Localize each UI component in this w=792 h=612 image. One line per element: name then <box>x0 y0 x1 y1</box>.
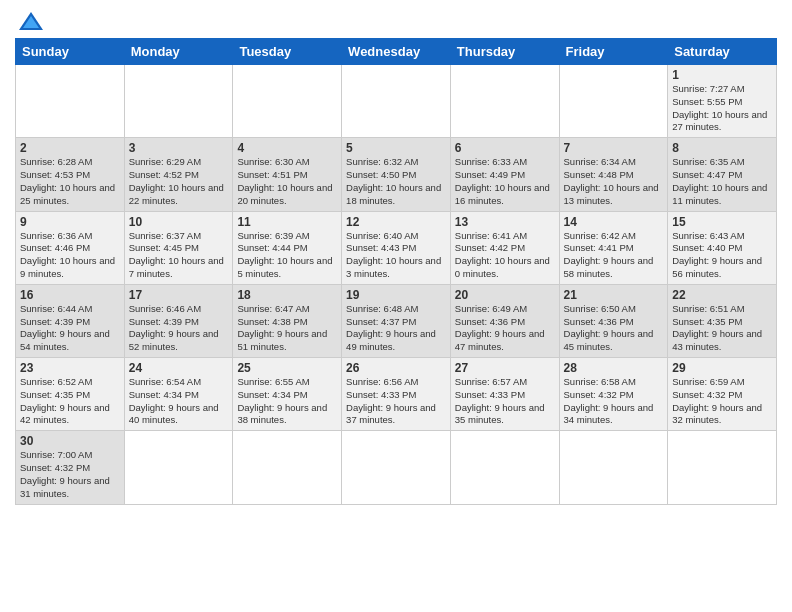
day-cell: 24Sunrise: 6:54 AM Sunset: 4:34 PM Dayli… <box>124 358 233 431</box>
weekday-friday: Friday <box>559 39 668 65</box>
day-cell: 2Sunrise: 6:28 AM Sunset: 4:53 PM Daylig… <box>16 138 125 211</box>
day-info: Sunrise: 6:35 AM Sunset: 4:47 PM Dayligh… <box>672 156 767 205</box>
day-cell <box>342 431 451 504</box>
day-number: 20 <box>455 288 555 302</box>
calendar-body: 1Sunrise: 7:27 AM Sunset: 5:55 PM Daylig… <box>16 65 777 505</box>
day-number: 13 <box>455 215 555 229</box>
day-number: 25 <box>237 361 337 375</box>
day-number: 21 <box>564 288 664 302</box>
day-cell <box>450 431 559 504</box>
day-info: Sunrise: 6:40 AM Sunset: 4:43 PM Dayligh… <box>346 230 441 279</box>
weekday-row: SundayMondayTuesdayWednesdayThursdayFrid… <box>16 39 777 65</box>
week-row-5: 30Sunrise: 7:00 AM Sunset: 4:32 PM Dayli… <box>16 431 777 504</box>
day-info: Sunrise: 6:48 AM Sunset: 4:37 PM Dayligh… <box>346 303 436 352</box>
day-cell: 28Sunrise: 6:58 AM Sunset: 4:32 PM Dayli… <box>559 358 668 431</box>
day-cell: 17Sunrise: 6:46 AM Sunset: 4:39 PM Dayli… <box>124 284 233 357</box>
weekday-monday: Monday <box>124 39 233 65</box>
day-number: 23 <box>20 361 120 375</box>
day-number: 28 <box>564 361 664 375</box>
day-number: 26 <box>346 361 446 375</box>
day-cell <box>124 431 233 504</box>
week-row-2: 9Sunrise: 6:36 AM Sunset: 4:46 PM Daylig… <box>16 211 777 284</box>
weekday-sunday: Sunday <box>16 39 125 65</box>
logo-icon <box>17 10 45 32</box>
day-number: 16 <box>20 288 120 302</box>
logo <box>15 10 45 32</box>
day-cell: 3Sunrise: 6:29 AM Sunset: 4:52 PM Daylig… <box>124 138 233 211</box>
day-cell: 27Sunrise: 6:57 AM Sunset: 4:33 PM Dayli… <box>450 358 559 431</box>
day-cell: 15Sunrise: 6:43 AM Sunset: 4:40 PM Dayli… <box>668 211 777 284</box>
day-info: Sunrise: 7:00 AM Sunset: 4:32 PM Dayligh… <box>20 449 110 498</box>
day-number: 22 <box>672 288 772 302</box>
day-info: Sunrise: 6:33 AM Sunset: 4:49 PM Dayligh… <box>455 156 550 205</box>
day-info: Sunrise: 6:30 AM Sunset: 4:51 PM Dayligh… <box>237 156 332 205</box>
day-cell: 30Sunrise: 7:00 AM Sunset: 4:32 PM Dayli… <box>16 431 125 504</box>
day-cell: 23Sunrise: 6:52 AM Sunset: 4:35 PM Dayli… <box>16 358 125 431</box>
day-cell: 9Sunrise: 6:36 AM Sunset: 4:46 PM Daylig… <box>16 211 125 284</box>
day-info: Sunrise: 6:42 AM Sunset: 4:41 PM Dayligh… <box>564 230 654 279</box>
day-number: 5 <box>346 141 446 155</box>
day-number: 15 <box>672 215 772 229</box>
day-cell: 25Sunrise: 6:55 AM Sunset: 4:34 PM Dayli… <box>233 358 342 431</box>
day-number: 30 <box>20 434 120 448</box>
day-number: 9 <box>20 215 120 229</box>
week-row-1: 2Sunrise: 6:28 AM Sunset: 4:53 PM Daylig… <box>16 138 777 211</box>
day-info: Sunrise: 6:59 AM Sunset: 4:32 PM Dayligh… <box>672 376 762 425</box>
day-info: Sunrise: 6:46 AM Sunset: 4:39 PM Dayligh… <box>129 303 219 352</box>
day-cell <box>450 65 559 138</box>
day-info: Sunrise: 6:51 AM Sunset: 4:35 PM Dayligh… <box>672 303 762 352</box>
day-cell: 19Sunrise: 6:48 AM Sunset: 4:37 PM Dayli… <box>342 284 451 357</box>
day-info: Sunrise: 6:36 AM Sunset: 4:46 PM Dayligh… <box>20 230 115 279</box>
day-cell <box>559 65 668 138</box>
weekday-saturday: Saturday <box>668 39 777 65</box>
day-number: 19 <box>346 288 446 302</box>
day-number: 10 <box>129 215 229 229</box>
day-info: Sunrise: 6:47 AM Sunset: 4:38 PM Dayligh… <box>237 303 327 352</box>
day-info: Sunrise: 6:50 AM Sunset: 4:36 PM Dayligh… <box>564 303 654 352</box>
day-cell: 6Sunrise: 6:33 AM Sunset: 4:49 PM Daylig… <box>450 138 559 211</box>
day-number: 29 <box>672 361 772 375</box>
week-row-4: 23Sunrise: 6:52 AM Sunset: 4:35 PM Dayli… <box>16 358 777 431</box>
day-number: 7 <box>564 141 664 155</box>
day-info: Sunrise: 6:37 AM Sunset: 4:45 PM Dayligh… <box>129 230 224 279</box>
week-row-0: 1Sunrise: 7:27 AM Sunset: 5:55 PM Daylig… <box>16 65 777 138</box>
day-cell <box>668 431 777 504</box>
day-cell: 4Sunrise: 6:30 AM Sunset: 4:51 PM Daylig… <box>233 138 342 211</box>
day-info: Sunrise: 6:58 AM Sunset: 4:32 PM Dayligh… <box>564 376 654 425</box>
day-info: Sunrise: 6:29 AM Sunset: 4:52 PM Dayligh… <box>129 156 224 205</box>
day-cell: 1Sunrise: 7:27 AM Sunset: 5:55 PM Daylig… <box>668 65 777 138</box>
day-info: Sunrise: 6:43 AM Sunset: 4:40 PM Dayligh… <box>672 230 762 279</box>
day-info: Sunrise: 6:52 AM Sunset: 4:35 PM Dayligh… <box>20 376 110 425</box>
day-cell <box>342 65 451 138</box>
day-cell: 26Sunrise: 6:56 AM Sunset: 4:33 PM Dayli… <box>342 358 451 431</box>
day-cell: 8Sunrise: 6:35 AM Sunset: 4:47 PM Daylig… <box>668 138 777 211</box>
day-number: 4 <box>237 141 337 155</box>
page: SundayMondayTuesdayWednesdayThursdayFrid… <box>0 0 792 612</box>
day-number: 11 <box>237 215 337 229</box>
day-info: Sunrise: 6:34 AM Sunset: 4:48 PM Dayligh… <box>564 156 659 205</box>
weekday-thursday: Thursday <box>450 39 559 65</box>
day-cell <box>16 65 125 138</box>
day-info: Sunrise: 6:55 AM Sunset: 4:34 PM Dayligh… <box>237 376 327 425</box>
calendar: SundayMondayTuesdayWednesdayThursdayFrid… <box>15 38 777 505</box>
day-cell: 12Sunrise: 6:40 AM Sunset: 4:43 PM Dayli… <box>342 211 451 284</box>
day-cell: 21Sunrise: 6:50 AM Sunset: 4:36 PM Dayli… <box>559 284 668 357</box>
day-info: Sunrise: 6:57 AM Sunset: 4:33 PM Dayligh… <box>455 376 545 425</box>
day-cell: 7Sunrise: 6:34 AM Sunset: 4:48 PM Daylig… <box>559 138 668 211</box>
day-info: Sunrise: 6:28 AM Sunset: 4:53 PM Dayligh… <box>20 156 115 205</box>
day-cell <box>559 431 668 504</box>
day-cell: 14Sunrise: 6:42 AM Sunset: 4:41 PM Dayli… <box>559 211 668 284</box>
week-row-3: 16Sunrise: 6:44 AM Sunset: 4:39 PM Dayli… <box>16 284 777 357</box>
day-number: 18 <box>237 288 337 302</box>
day-cell: 18Sunrise: 6:47 AM Sunset: 4:38 PM Dayli… <box>233 284 342 357</box>
day-info: Sunrise: 6:41 AM Sunset: 4:42 PM Dayligh… <box>455 230 550 279</box>
day-number: 17 <box>129 288 229 302</box>
day-cell: 10Sunrise: 6:37 AM Sunset: 4:45 PM Dayli… <box>124 211 233 284</box>
calendar-header: SundayMondayTuesdayWednesdayThursdayFrid… <box>16 39 777 65</box>
day-number: 3 <box>129 141 229 155</box>
day-number: 12 <box>346 215 446 229</box>
day-cell: 29Sunrise: 6:59 AM Sunset: 4:32 PM Dayli… <box>668 358 777 431</box>
day-cell <box>233 65 342 138</box>
day-number: 8 <box>672 141 772 155</box>
day-cell: 20Sunrise: 6:49 AM Sunset: 4:36 PM Dayli… <box>450 284 559 357</box>
